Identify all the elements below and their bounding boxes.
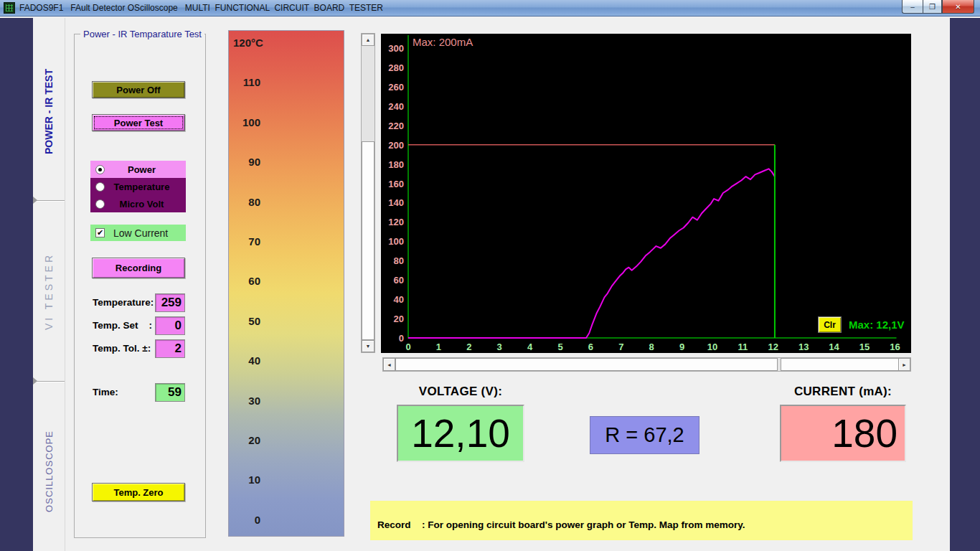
radio-temperature[interactable]: Temperature [90, 178, 186, 195]
y-tick-label: 0 [399, 333, 404, 344]
x-tick-label: 8 [649, 342, 654, 352]
restore-button[interactable]: ❐ [923, 0, 942, 14]
tab-label: POWER - IR TEST [43, 69, 55, 154]
series-power-curve [408, 169, 775, 338]
temperature-color-scale: 120°C1101009080706050403020100 [228, 30, 344, 537]
y-tick-label: 60 [394, 275, 404, 286]
close-icon: ✕ [955, 3, 961, 11]
window-title: FADOS9F1 FAult Detector OScilloscope MUL… [19, 3, 383, 13]
tab-label: VI TESTER [43, 253, 55, 330]
scroll-up-button[interactable]: ▲ [362, 34, 374, 46]
x-tick-label: 10 [707, 342, 717, 352]
radio-button-icon[interactable] [95, 199, 105, 209]
scroll-right-button[interactable]: ► [898, 358, 910, 371]
clear-button-label: Clr [824, 320, 836, 330]
power-ir-test-group: Power - IR Temparature Test Power Off Po… [74, 34, 206, 538]
temp-scale-label: 10 [233, 474, 260, 486]
field-row-temp-set: Temp. Set :0 [93, 316, 187, 335]
window-controls: – ❐ ✕ [902, 0, 974, 14]
record-help-text: : For opening circuit board's power grap… [422, 519, 745, 530]
y-tick-label: 300 [388, 43, 404, 54]
x-tick-label: 2 [466, 342, 471, 352]
temp-zero-button[interactable]: Temp. Zero [92, 483, 185, 501]
radio-button-icon[interactable] [95, 182, 105, 192]
x-tick-label: 6 [588, 342, 593, 352]
field-label: Temperature: [93, 297, 154, 308]
x-tick-label: 0 [405, 342, 410, 352]
vertical-scroll-thumb[interactable] [362, 141, 374, 340]
scroll-left-icon: ◄ [387, 362, 392, 367]
low-current-checkbox[interactable]: ✔ [95, 228, 105, 237]
current-display: 180 [780, 405, 906, 462]
clear-button[interactable]: Clr [818, 316, 842, 333]
x-tick-label: 16 [890, 342, 900, 352]
tab-power-ir-test[interactable]: POWER - IR TEST [33, 22, 65, 200]
recording-button[interactable]: Recording [92, 258, 185, 278]
record-help-label: Record [377, 519, 422, 530]
temp-scale-label: 100 [233, 116, 260, 128]
application-window: FADOS9F1 FAult Detector OScilloscope MUL… [0, 0, 980, 551]
temp-scale-label: 30 [233, 395, 260, 407]
radio-button-icon[interactable] [95, 165, 105, 174]
title-bar: FADOS9F1 FAult Detector OScilloscope MUL… [0, 0, 980, 17]
horizontal-zoom-thumb[interactable] [781, 358, 900, 371]
field-label: Time: [93, 387, 118, 397]
y-tick-label: 140 [388, 197, 404, 208]
radio-micro-volt[interactable]: Micro Volt [90, 195, 186, 212]
power-graph-svg: 0204060801001201401601802002202402602803… [381, 34, 911, 353]
radio-label: Power [112, 164, 171, 175]
max-current-annotation: Max: 200mA [413, 36, 473, 48]
y-tick-label: 160 [388, 179, 404, 189]
chart-vertical-scrollbar[interactable]: ▲ ▼ [361, 33, 375, 353]
x-tick-label: 5 [557, 342, 562, 352]
x-tick-label: 15 [859, 342, 870, 352]
field-value-time[interactable]: 59 [155, 383, 185, 402]
resistance-display: R = 67,2 [590, 416, 699, 454]
y-tick-label: 180 [388, 159, 404, 170]
voltage-display: 12,10 [397, 405, 524, 462]
x-tick-label: 9 [679, 342, 684, 352]
temp-scale-label: 90 [233, 156, 260, 168]
x-tick-label: 13 [798, 342, 809, 352]
temp-scale-label: 70 [233, 235, 260, 248]
check-icon: ✔ [97, 228, 103, 237]
temp-scale-label: 20 [233, 434, 260, 446]
power-off-label: Power Off [116, 85, 160, 95]
power-graph-plot: 0204060801001201401601802002202402602803… [381, 34, 911, 353]
field-value-temp-set[interactable]: 0 [155, 316, 185, 335]
voltage-label: VOLTAGE (V): [397, 385, 524, 399]
power-off-button[interactable]: Power Off [92, 81, 185, 98]
mode-tabstrip: POWER - IR TESTVI TESTEROSCILLOSCOPE [33, 18, 65, 551]
field-value-temperature[interactable]: 259 [155, 293, 185, 312]
field-value-temp-tol[interactable]: 2 [155, 339, 185, 358]
record-help-bar: Record : For opening circuit board's pow… [370, 501, 913, 540]
low-current-label: Low Current [113, 227, 168, 239]
field-row-temperature: Temperature:259 [93, 293, 187, 312]
x-tick-label: 12 [768, 342, 778, 352]
y-tick-label: 220 [388, 121, 404, 131]
max-voltage-annotation: Max: 12,1V [849, 319, 905, 331]
tab-oscilloscope[interactable]: OSCILLOSCOPE [33, 382, 65, 551]
field-label: Temp. Tol. ±: [93, 343, 151, 354]
scroll-down-button[interactable]: ▼ [362, 340, 374, 352]
low-current-checkbox-row[interactable]: ✔ Low Current [90, 225, 186, 241]
horizontal-scroll-thumb[interactable] [395, 358, 778, 371]
tab-separator [37, 381, 65, 382]
tab-vi-tester[interactable]: VI TESTER [33, 202, 65, 381]
recording-label: Recording [116, 263, 161, 273]
close-button[interactable]: ✕ [942, 0, 974, 14]
x-tick-label: 3 [497, 342, 502, 352]
power-test-button[interactable]: Power Test [92, 114, 185, 131]
scroll-down-icon: ▼ [366, 344, 371, 349]
y-tick-label: 260 [388, 82, 404, 93]
measure-mode-radio-group: PowerTemperatureMicro Volt [90, 161, 186, 212]
power-test-label: Power Test [114, 118, 163, 128]
current-label: CURRENT (mA): [780, 385, 906, 399]
minimize-button[interactable]: – [902, 0, 923, 14]
y-tick-label: 280 [388, 62, 404, 73]
scroll-left-button[interactable]: ◄ [383, 358, 395, 371]
temp-zero-label: Temp. Zero [113, 487, 163, 498]
chart-horizontal-scrollbar[interactable]: ◄ ► [382, 357, 911, 372]
temp-scale-label: 80 [233, 196, 260, 208]
radio-power[interactable]: Power [90, 161, 186, 178]
